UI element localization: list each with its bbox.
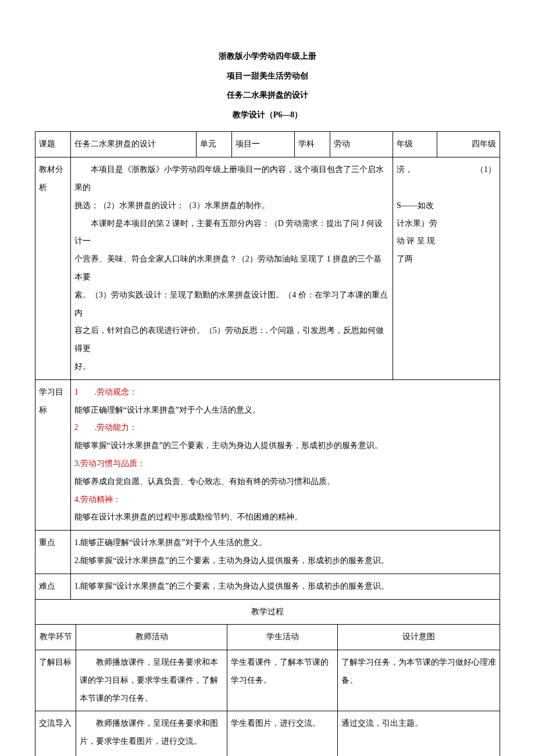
header-line-4: 教学设计（P6—8） <box>35 105 500 125</box>
topic-label: 课题 <box>35 132 71 157</box>
analysis-p3a: 本课时是本项目的第 2 课时，主要有五部分内容：（D 劳动需求：提出了问 J 何… <box>74 215 389 251</box>
meta-row: 课题 任务二水果拼盘的设计 单元 项目一 学科 劳动 年级 四年级 <box>35 132 500 157</box>
process-table: 教学环节 教师活动 学生活动 设计意图 了解目标 教师播放课件，呈现任务要求和本… <box>35 625 500 756</box>
analysis-p4b: 计水果）劳 <box>397 215 496 233</box>
analysis-p1b: 涝， <box>397 165 413 174</box>
analysis-label-text: 教材分析 <box>39 161 67 197</box>
analysis-p2: 挑选；（2）水果拼盘的设计；（3）水果拼盘的制作。 <box>74 197 389 215</box>
student-0: 学生看课件，了解本节课的学习任务。 <box>227 650 338 711</box>
teacher-1: 教师播放课件，呈现任务要求和图片，要求学生看图片，进行交流。 <box>76 711 227 756</box>
analysis-label: 教材分析 <box>35 157 71 380</box>
subject-value: 劳动 <box>330 132 393 157</box>
analysis-p4a: 个营养、美味、符合全家人口味的水果拼盘？（2）劳动加油站 呈现了 1 拼盘的三个… <box>74 250 389 286</box>
header-line-2: 项目一甜美生活劳动创 <box>35 66 500 86</box>
stage-1: 交流导入 <box>35 711 76 756</box>
keypoint-content: 1.能够正确理解“设计水果拼盘”对于个人生活的意义。 2.能够掌握“设计水果拼盘… <box>70 531 500 574</box>
keypoint-row: 重点 1.能够正确理解“设计水果拼盘”对于个人生活的意义。 2.能够掌握“设计水… <box>35 531 500 574</box>
goal3-title: 3.劳动习惯与品质： <box>74 455 496 473</box>
analysis-p5b: 动 评 呈 现 <box>397 232 496 250</box>
grade-label: 年级 <box>393 132 437 157</box>
goal1-text: 能够正确理解“设计水果拼盘”对于个人生活的意义。 <box>74 402 496 420</box>
stage-0: 了解目标 <box>35 650 76 711</box>
analysis-p5a: 素。（3）劳动实践·设计：呈现了勤勤的水果拼盘设计图。（4 价：在学习了本课的重… <box>74 286 389 323</box>
intent-1: 通过交流，引出主题。 <box>338 711 500 756</box>
student-1: 学生看图片，进行交流。 <box>227 711 338 756</box>
goals-row: 学习目标 1 .劳动观念： 能够正确理解“设计水果拼盘”对于个人生活的意义。 2… <box>35 379 500 530</box>
analysis-p7: 好。 <box>74 358 389 376</box>
difficulty-row: 难点 1.能够掌握“设计水果拼盘”的三个要素，主动为身边人提供服务，形成初步的服… <box>35 574 500 599</box>
goal2-text: 能够掌握“设计水果拼盘”的三个要素，主动为身边人提供服务，形成初步的服务意识。 <box>74 437 496 455</box>
topic-value: 任务二水果拼盘的设计 <box>70 132 197 157</box>
keypoint-label: 重点 <box>35 531 71 574</box>
analysis-p1c: （1） <box>476 161 496 179</box>
goals-label: 学习目标 <box>35 379 71 530</box>
difficulty-l1: 1.能够掌握“设计水果拼盘”的三个要素，主动为身边人提供服务，形成初步的服务意识… <box>74 578 496 596</box>
analysis-p1a: 本项目是《浙教版》小学劳动四年级上册项目一的内容，这个项目包含了三个启水果的 <box>74 161 389 197</box>
header-line-3: 任务二水果拼盘的设计 <box>35 85 500 105</box>
col-teacher: 教师活动 <box>76 625 227 650</box>
goals-content: 1 .劳动观念： 能够正确理解“设计水果拼盘”对于个人生活的意义。 2 .劳动能… <box>70 379 500 530</box>
col-student: 学生活动 <box>227 625 338 650</box>
process-title: 教学过程 <box>35 599 500 625</box>
intent-0: 了解学习任务，为本节课的学习做好心理准备。 <box>338 650 500 711</box>
analysis-side: 涝， （1） S——如改 计水果）劳 动 评 呈 现 了两 <box>393 157 500 380</box>
header-line-1: 浙教版小学劳动四年级上册 <box>35 46 500 66</box>
lesson-plan-table: 课题 任务二水果拼盘的设计 单元 项目一 学科 劳动 年级 四年级 教材分析 本… <box>35 131 500 625</box>
subject-label: 学科 <box>295 132 330 157</box>
analysis-row: 教材分析 本项目是《浙教版》小学劳动四年级上册项目一的内容，这个项目包含了三个启… <box>35 157 500 380</box>
keypoint-l2: 2.能够掌握“设计水果拼盘”的三个要素，主动为身边人提供服务，形成初步的服务意识… <box>74 552 496 570</box>
goal2-title: 2 .劳动能力： <box>74 419 496 437</box>
col-intent: 设计意图 <box>338 625 500 650</box>
analysis-p3b: S——如改 <box>397 197 496 215</box>
difficulty-content: 1.能够掌握“设计水果拼盘”的三个要素，主动为身边人提供服务，形成初步的服务意识… <box>70 574 500 599</box>
process-row-1: 交流导入 教师播放课件，呈现任务要求和图片，要求学生看图片，进行交流。 学生看图… <box>35 711 500 756</box>
keypoint-l1: 1.能够正确理解“设计水果拼盘”对于个人生活的意义。 <box>74 534 496 552</box>
unit-value: 项目一 <box>231 132 294 157</box>
process-header-row: 教学环节 教师活动 学生活动 设计意图 <box>35 625 500 650</box>
goal3-text: 能够养成自觉自愿、认真负责、专心致志、有始有终的劳动习惯和品质。 <box>74 473 496 491</box>
process-row-0: 了解目标 教师播放课件，呈现任务要求和本课的学习目标，要求学生看课件，了解本节课… <box>35 650 500 711</box>
goal4-text: 能够在设计水果拼盘的过程中形成勤俭节约、不怕困难的精神。 <box>74 508 496 526</box>
col-stage: 教学环节 <box>35 625 76 650</box>
analysis-main: 本项目是《浙教版》小学劳动四年级上册项目一的内容，这个项目包含了三个启水果的 挑… <box>70 157 393 380</box>
unit-label: 单元 <box>197 132 232 157</box>
analysis-p6b: 了两 <box>397 250 496 268</box>
difficulty-label: 难点 <box>35 574 71 599</box>
grade-value: 四年级 <box>437 132 500 157</box>
analysis-p6a: 容之后，针对自己的表现进行评价。（5）劳动反思：. 个问题，引发思考，反思如何做… <box>74 322 389 358</box>
goal4-title: 4.劳动精神： <box>74 491 496 509</box>
teacher-0: 教师播放课件，呈现任务要求和本课的学习目标，要求学生看课件，了解本节课的学习任务… <box>76 650 227 711</box>
document-header: 浙教版小学劳动四年级上册 项目一甜美生活劳动创 任务二水果拼盘的设计 教学设计（… <box>35 46 500 124</box>
process-title-row: 教学过程 <box>35 599 500 625</box>
goal1-title: 1 .劳动观念： <box>74 384 496 402</box>
